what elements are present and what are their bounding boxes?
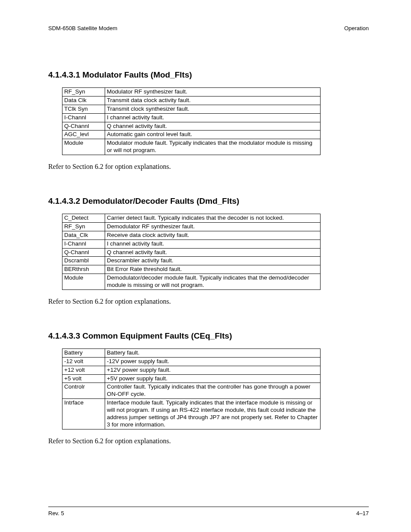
page-header: SDM-650B Satellite Modem Operation <box>48 25 369 31</box>
fault-name: AGC_levl <box>62 131 105 139</box>
fault-name: Module <box>62 139 105 155</box>
footer-left: Rev. 5 <box>48 510 64 516</box>
fault-desc: -12V power supply fault. <box>105 357 321 366</box>
table-row: +12 volt+12V power supply fault. <box>62 366 321 374</box>
footer-right: 4–17 <box>356 510 369 516</box>
fault-name: Q-Channl <box>62 248 105 257</box>
table-row: I-ChannlI channel activity fault. <box>62 240 321 248</box>
table-row: Data_ClkReceive data clock activity faul… <box>62 231 321 240</box>
fault-desc: Q channel activity fault. <box>105 248 321 257</box>
fault-desc: Battery fault. <box>105 348 321 357</box>
table-row: +5 volt+5V power supply fault. <box>62 374 321 383</box>
table-row: -12 volt-12V power supply fault. <box>62 357 321 366</box>
table-row: Data ClkTransmit data clock activity fau… <box>62 96 321 105</box>
table-row: AGC_levlAutomatic gain control level fau… <box>62 131 321 139</box>
page-footer: Rev. 5 4–17 <box>48 510 369 516</box>
table-row: ControlrController fault. Typically indi… <box>62 383 321 399</box>
fault-name: RF_Syn <box>62 88 105 96</box>
fault-desc: +5V power supply fault. <box>105 374 321 383</box>
fault-name: Data_Clk <box>62 231 105 240</box>
table-row: RF_SynModulator RF synthesizer fault. <box>62 88 321 96</box>
section-note: Refer to Section 6.2 for option explanat… <box>48 437 369 445</box>
fault-desc: Interface module fault. Typically indica… <box>105 399 321 429</box>
section-heading: 4.1.4.3.3 Common Equipment Faults (CEq_F… <box>48 331 369 341</box>
table-row: BatteryBattery fault. <box>62 348 321 357</box>
table-row: I-ChannlI channel activity fault. <box>62 113 321 122</box>
table-row: Q-ChannlQ channel activity fault. <box>62 122 321 131</box>
fault-name: +12 volt <box>62 366 105 374</box>
fault-desc: I channel activity fault. <box>105 113 321 122</box>
table-row: Q-ChannlQ channel activity fault. <box>62 248 321 257</box>
fault-desc: Transmit data clock activity fault. <box>105 96 321 105</box>
fault-desc: Demodulator RF synthesizer fault. <box>105 222 321 231</box>
fault-desc: Modulator RF synthesizer fault. <box>105 88 321 96</box>
fault-name: Module <box>62 274 105 290</box>
content: 4.1.4.3.1 Modulator Faults (Mod_Flts)RF_… <box>48 70 369 445</box>
fault-desc: Controller fault. Typically indicates th… <box>105 383 321 399</box>
fault-name: +5 volt <box>62 374 105 383</box>
table-row: BERthrshBit Error Rate threshold fault. <box>62 265 321 274</box>
fault-desc: Q channel activity fault. <box>105 122 321 131</box>
table-row: RF_SynDemodulator RF synthesizer fault. <box>62 222 321 231</box>
fault-desc: +12V power supply fault. <box>105 366 321 374</box>
table-row: C_DetectCarrier detect fault. Typically … <box>62 214 321 223</box>
fault-table: C_DetectCarrier detect fault. Typically … <box>62 214 321 290</box>
section: 4.1.4.3.3 Common Equipment Faults (CEq_F… <box>48 331 369 445</box>
section: 4.1.4.3.1 Modulator Faults (Mod_Flts)RF_… <box>48 70 369 171</box>
page: SDM-650B Satellite Modem Operation 4.1.4… <box>0 0 411 532</box>
fault-name: -12 volt <box>62 357 105 366</box>
fault-name: RF_Syn <box>62 222 105 231</box>
fault-desc: Bit Error Rate threshold fault. <box>105 265 321 274</box>
fault-table: RF_SynModulator RF synthesizer fault.Dat… <box>62 87 321 155</box>
fault-name: C_Detect <box>62 214 105 223</box>
fault-desc: Modulator module fault. Typically indica… <box>105 139 321 155</box>
footer-rule <box>48 507 369 507</box>
table-row: DscramblDescrambler activity fault. <box>62 257 321 265</box>
table-row: ModuleDemodulator/decoder module fault. … <box>62 274 321 290</box>
section-heading: 4.1.4.3.2 Demodulator/Decoder Faults (Dm… <box>48 196 369 206</box>
section-heading: 4.1.4.3.1 Modulator Faults (Mod_Flts) <box>48 70 369 80</box>
section: 4.1.4.3.2 Demodulator/Decoder Faults (Dm… <box>48 196 369 305</box>
fault-desc: Descrambler activity fault. <box>105 257 321 265</box>
fault-name: TClk Syn <box>62 105 105 113</box>
fault-desc: Demodulator/decoder module fault. Typica… <box>105 274 321 290</box>
fault-table: BatteryBattery fault.-12 volt-12V power … <box>62 348 321 429</box>
fault-desc: Receive data clock activity fault. <box>105 231 321 240</box>
fault-desc: I channel activity fault. <box>105 240 321 248</box>
section-note: Refer to Section 6.2 for option explanat… <box>48 298 369 305</box>
table-row: ModuleModulator module fault. Typically … <box>62 139 321 155</box>
table-row: TClk SynTransmit clock synthesizer fault… <box>62 105 321 113</box>
fault-desc: Automatic gain control level fault. <box>105 131 321 139</box>
fault-name: Data Clk <box>62 96 105 105</box>
header-right: Operation <box>344 25 369 31</box>
header-left: SDM-650B Satellite Modem <box>48 25 117 31</box>
fault-name: Dscrambl <box>62 257 105 265</box>
fault-name: Battery <box>62 348 105 357</box>
fault-name: Intrface <box>62 399 105 429</box>
table-row: IntrfaceInterface module fault. Typicall… <box>62 399 321 429</box>
fault-name: BERthrsh <box>62 265 105 274</box>
fault-desc: Carrier detect fault. Typically indicate… <box>105 214 321 223</box>
section-note: Refer to Section 6.2 for option explanat… <box>48 163 369 171</box>
fault-name: I-Channl <box>62 240 105 248</box>
fault-name: I-Channl <box>62 113 105 122</box>
fault-name: Q-Channl <box>62 122 105 131</box>
fault-name: Controlr <box>62 383 105 399</box>
fault-desc: Transmit clock synthesizer fault. <box>105 105 321 113</box>
